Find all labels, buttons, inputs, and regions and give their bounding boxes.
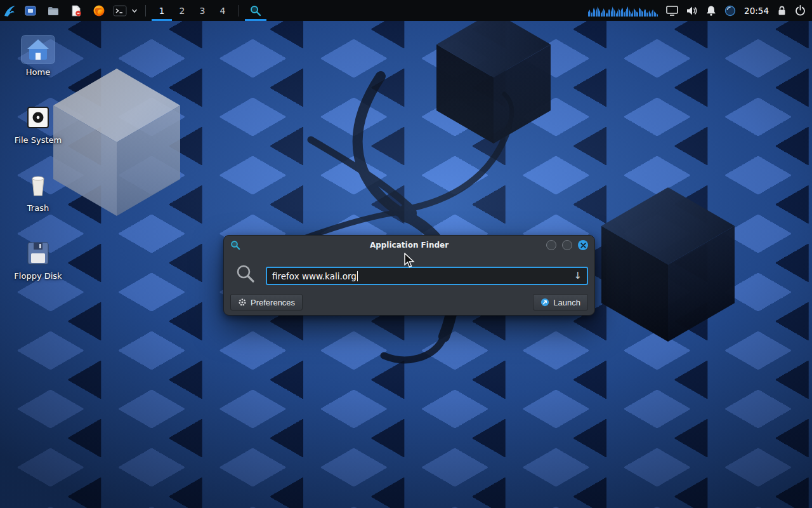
display-icon (666, 6, 678, 16)
titlebar[interactable]: Application Finder (224, 236, 594, 255)
gear-icon (238, 298, 247, 307)
application-finder-window: Application Finder firefox www.kali.org … (223, 235, 595, 316)
update-icon (724, 5, 736, 17)
app-finder-task-button[interactable] (245, 0, 266, 21)
desktop-icon-file-system[interactable]: File System (8, 104, 69, 145)
volume-icon (686, 6, 698, 16)
preferences-button[interactable]: Preferences (230, 294, 303, 311)
lock-tray-button[interactable] (777, 5, 787, 16)
audio-spectrum[interactable] (588, 4, 658, 18)
workspace-3[interactable]: 3 (192, 0, 213, 21)
workspace-1[interactable]: 1 (152, 0, 172, 21)
maximize-button[interactable] (562, 240, 572, 250)
lock-icon (777, 5, 787, 16)
update-tray-button[interactable] (724, 5, 736, 17)
power-tray-button[interactable] (795, 5, 806, 16)
obsidian-cube (601, 187, 735, 342)
terminal-icon (113, 4, 127, 17)
search-input[interactable]: firefox www.kali.org ↓ (266, 267, 588, 285)
panel-right: 20:54 (588, 0, 812, 21)
floppy-disk-icon (22, 239, 55, 267)
workspace-2[interactable]: 2 (172, 0, 192, 21)
workspace-4-label: 4 (220, 6, 226, 16)
terminal-dropdown[interactable] (129, 0, 140, 21)
desktop-icon-home[interactable]: Home (8, 36, 69, 77)
kali-menu-button[interactable] (0, 0, 19, 21)
launch-button[interactable]: Launch (533, 294, 588, 311)
preferences-label: Preferences (251, 298, 295, 307)
button-row: Preferences Launch (230, 294, 588, 311)
clock[interactable]: 20:54 (744, 6, 769, 16)
launch-label: Launch (553, 298, 580, 307)
launch-icon (540, 298, 549, 307)
top-panel: 1 2 3 4 (0, 0, 812, 21)
panel-separator (239, 5, 239, 17)
desktop-icon-label: Home (8, 67, 69, 77)
desktop-screen: 1 2 3 4 (0, 0, 812, 508)
window-icon (24, 4, 37, 17)
workspace-4[interactable]: 4 (213, 0, 233, 21)
text-editor-button[interactable] (65, 0, 88, 21)
desktop-icon-label: File System (8, 135, 69, 145)
minimize-button[interactable] (546, 240, 556, 250)
text-cursor (357, 271, 358, 281)
window-list-button[interactable] (19, 0, 42, 21)
kali-menu-icon (3, 4, 16, 18)
desktop-icon-label: Floppy Disk (8, 271, 69, 281)
desktop-icon-floppy-disk[interactable]: Floppy Disk (8, 239, 69, 281)
volume-tray-button[interactable] (686, 6, 698, 16)
chevron-down-icon (131, 8, 138, 14)
display-tray-button[interactable] (666, 6, 678, 16)
terminal-button[interactable] (110, 0, 129, 21)
workspace-1-label: 1 (159, 6, 165, 16)
workspace-2-label: 2 (180, 6, 185, 16)
app-finder-task-icon (250, 5, 261, 17)
file-manager-icon (47, 4, 60, 17)
window-title: Application Finder (224, 241, 594, 250)
text-editor-icon (70, 4, 82, 17)
obsidian-cube (436, 11, 551, 144)
notifications-tray-button[interactable] (706, 5, 716, 16)
close-button[interactable] (578, 240, 588, 250)
power-icon (795, 5, 806, 16)
window-controls (546, 240, 588, 250)
search-input-value: firefox www.kali.org (272, 271, 357, 281)
desktop-icon-label: Trash (8, 203, 69, 213)
firefox-button[interactable] (88, 0, 110, 21)
trash-icon (22, 171, 55, 199)
combo-arrow-icon[interactable]: ↓ (570, 271, 582, 281)
desktop-icon-trash[interactable]: Trash (8, 171, 69, 213)
panel-separator (145, 5, 146, 17)
notifications-icon (706, 5, 716, 16)
close-icon (580, 243, 586, 248)
file-manager-button[interactable] (42, 0, 65, 21)
glass-cube (53, 69, 180, 216)
panel-left: 1 2 3 4 (0, 0, 266, 21)
file-system-icon (22, 104, 55, 131)
firefox-icon (93, 4, 105, 17)
home-icon (22, 36, 55, 64)
search-icon (235, 264, 256, 284)
workspace-3-label: 3 (200, 6, 206, 16)
